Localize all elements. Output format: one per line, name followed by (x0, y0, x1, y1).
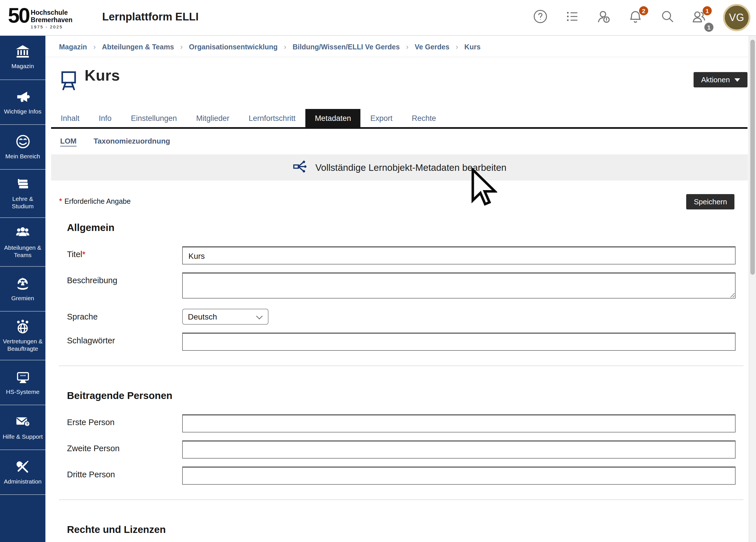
course-icon (59, 69, 78, 94)
contacts-button[interactable]: 1 1 (691, 10, 707, 25)
form-row-titel: Titel* (67, 246, 736, 264)
sidebar-item-gremien[interactable]: Gremien (0, 267, 45, 312)
dritte-person-label: Dritte Person (67, 467, 182, 479)
sidebar-item-mein-bereich[interactable]: Mein Bereich (0, 125, 45, 170)
vertical-scrollbar-thumb[interactable] (750, 40, 755, 275)
sidebar-label: Gremien (11, 295, 34, 302)
form-row-zweite-person: Zweite Person (67, 440, 736, 459)
main-sidebar: Magazin Wichtige Infos Mein Bereich Lehr… (0, 35, 45, 542)
required-note-text: Erforderliche Angabe (64, 198, 131, 205)
sidebar-item-wichtige-infos[interactable]: Wichtige Infos (0, 80, 45, 125)
todo-list-button[interactable] (564, 10, 579, 25)
chevron-down-icon (256, 313, 263, 320)
section-heading-beitragende: Beitragende Personen (67, 390, 736, 402)
titel-label: Titel* (67, 246, 182, 259)
sidebar-item-vertretungen[interactable]: Vertretungen & Beauftragte (0, 312, 45, 360)
tab-info[interactable]: Info (89, 109, 121, 127)
form-row-schlagwoerter: Schlagwörter (67, 333, 736, 351)
titel-input[interactable] (182, 246, 736, 264)
zweite-person-label: Zweite Person (67, 440, 182, 453)
smiley-icon (15, 134, 30, 149)
megaphone-icon (15, 89, 30, 104)
erste-person-input[interactable] (182, 414, 736, 432)
titel-label-text: Titel (67, 250, 82, 259)
breadcrumb-separator: › (406, 43, 409, 51)
schlagwoerter-label: Schlagwörter (67, 333, 182, 345)
vertical-scrollbar-track[interactable] (749, 35, 756, 542)
actions-button[interactable]: Aktionen (694, 72, 747, 87)
breadcrumb-item[interactable]: Ve Gerdes (415, 43, 449, 51)
save-button[interactable]: Speichern (686, 194, 734, 209)
app-window: 50 Hochschule Bremerhaven 1975 - 2025 Le… (0, 0, 756, 542)
breadcrumb-separator: › (456, 43, 458, 51)
sidebar-label: Lehre & Studium (2, 195, 44, 210)
tab-metadaten[interactable]: Metadaten (305, 109, 361, 127)
schlagwoerter-input[interactable] (182, 333, 736, 351)
dritte-person-input[interactable] (182, 467, 736, 485)
actions-button-label: Aktionen (701, 75, 730, 84)
section-divider (59, 499, 744, 500)
sidebar-item-hs-systeme[interactable]: HS-Systeme (0, 360, 45, 405)
breadcrumb-item[interactable]: Organisationsentwicklung (189, 43, 278, 51)
breadcrumb-item[interactable]: Abteilungen & Teams (102, 43, 174, 51)
beschreibung-textarea[interactable] (182, 272, 736, 299)
subtab-lom[interactable]: LOM (60, 137, 77, 145)
breadcrumb-item[interactable]: Bildung/Wissen/ELLI Ve Gerdes (293, 43, 400, 51)
section-divider (59, 365, 744, 366)
logo-name-line1: Hochschule (31, 9, 72, 16)
contacts-badge-top: 1 (703, 6, 712, 15)
tab-lernfortschritt[interactable]: Lernfortschritt (239, 109, 305, 127)
help-button[interactable] (532, 10, 548, 25)
beschreibung-label: Beschreibung (67, 272, 182, 285)
university-logo[interactable]: 50 Hochschule Bremerhaven 1975 - 2025 (8, 2, 72, 30)
sidebar-item-magazin[interactable]: Magazin (0, 35, 45, 80)
sidebar-item-administration[interactable]: Administration (0, 450, 45, 495)
committee-icon (15, 275, 31, 291)
globe-people-icon (15, 318, 31, 334)
section-heading-rechte: Rechte und Lizenzen (67, 524, 736, 536)
sprache-select[interactable]: Deutsch (182, 309, 268, 325)
edit-full-metadata-label: Vollständige Lernobjekt-Metadaten bearbe… (315, 162, 506, 173)
notifications-badge: 2 (639, 6, 648, 15)
breadcrumb-item[interactable]: Magazin (59, 43, 87, 51)
sidebar-label: Administration (4, 478, 41, 485)
search-button[interactable] (660, 10, 675, 25)
who-is-online-button[interactable] (596, 10, 611, 25)
sidebar-item-hilfe-support[interactable]: ? Hilfe & Support (0, 405, 45, 450)
help-icon (533, 9, 547, 26)
tab-mitglieder[interactable]: Mitglieder (186, 109, 239, 127)
required-note: *Erforderliche Angabe (59, 194, 131, 205)
tab-bar: Inhalt Info Einstellungen Mitglieder Ler… (51, 109, 747, 129)
save-button-label: Speichern (694, 198, 727, 206)
search-icon (660, 9, 675, 26)
erste-person-label: Erste Person (67, 414, 182, 427)
edit-full-metadata-link[interactable]: Vollständige Lernobjekt-Metadaten bearbe… (51, 154, 748, 180)
logo-50-text: 50 (8, 2, 29, 30)
breadcrumb-separator: › (284, 43, 286, 51)
zweite-person-input[interactable] (182, 440, 736, 459)
required-asterisk: * (59, 196, 62, 205)
tab-rechte[interactable]: Rechte (402, 109, 446, 127)
sidebar-label: Wichtige Infos (4, 108, 41, 115)
titel-required-asterisk: * (82, 250, 85, 259)
sidebar-label: Vertretungen & Beauftragte (2, 338, 44, 352)
sprache-label: Sprache (67, 309, 182, 321)
notifications-button[interactable]: 2 (628, 10, 643, 25)
logo-years: 1975 - 2025 (31, 24, 72, 30)
contacts-badge-bottom: 1 (704, 22, 713, 31)
user-avatar[interactable]: VG (723, 4, 750, 31)
breadcrumb-item-current[interactable]: Kurs (464, 43, 480, 51)
metadata-form: Allgemein Titel* Beschreibung Sprache (45, 209, 748, 542)
sprache-selected-value: Deutsch (188, 312, 217, 321)
subtab-taxonomiezuordnung[interactable]: Taxonomiezuordnung (94, 137, 170, 145)
sidebar-item-lehre-studium[interactable]: Lehre & Studium (0, 170, 45, 218)
sidebar-label: Magazin (11, 62, 34, 70)
sidebar-item-abteilungen-teams[interactable]: Abteilungen & Teams (0, 218, 45, 267)
tab-export[interactable]: Export (361, 109, 402, 127)
tab-inhalt[interactable]: Inhalt (51, 109, 89, 127)
required-note-row: *Erforderliche Angabe Speichern (59, 194, 734, 209)
header-icon-bar: 2 1 1 VG (532, 0, 750, 35)
breadcrumb-separator: › (180, 43, 183, 51)
page-title: Kurs (85, 67, 120, 85)
tab-einstellungen[interactable]: Einstellungen (121, 109, 186, 127)
